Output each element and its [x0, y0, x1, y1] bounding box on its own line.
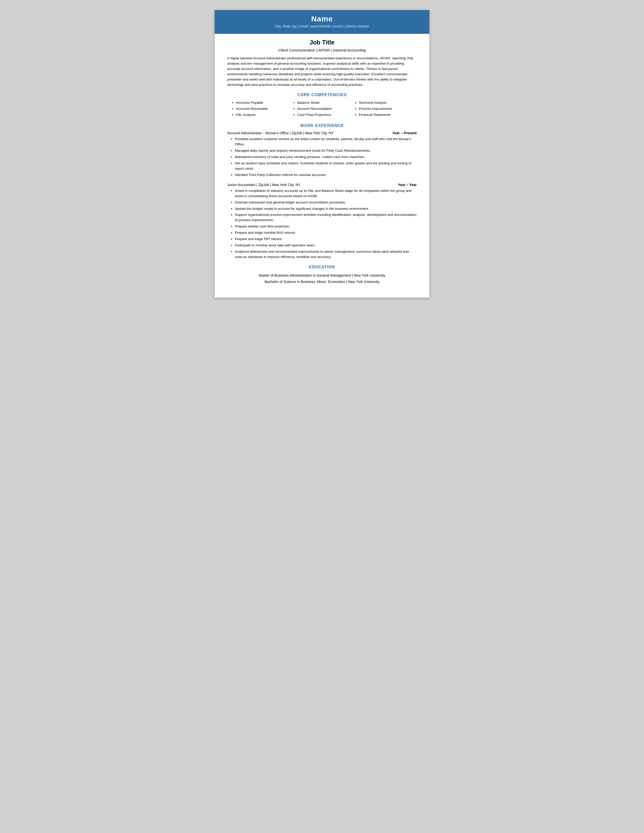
competency-item: Accounts Receivable: [236, 106, 291, 111]
competency-item: Process Improvement: [359, 106, 414, 111]
job-bullet: Oversee transaction and general ledger a…: [235, 200, 417, 205]
job-bullets-2: Assist in compilation of statutory accou…: [227, 188, 417, 260]
job-header-1: Account Administrator – Bursar's Office …: [227, 131, 417, 135]
job-bullets-1: Provided excellent customer service as t…: [227, 137, 417, 177]
job-date-2: Year – Year: [398, 183, 417, 187]
job-title-1: Account Administrator – Bursar's Office …: [227, 131, 333, 135]
work-experience-section-header: WORK EXPERIENCE: [227, 124, 417, 128]
job-title: Job Title: [227, 39, 417, 46]
competency-item: Accounts Payable: [236, 100, 291, 105]
job-bullet: Set up student class schedule and roster…: [235, 161, 417, 171]
job-bullet: Support organizational process improveme…: [235, 212, 417, 223]
job-bullet: Prepare and lodge FBT returns.: [235, 236, 417, 242]
job-bullet: Provided excellent customer service as t…: [235, 137, 417, 147]
competencies-section-header: CORE COMPETENCIES: [227, 93, 417, 97]
job-bullet: Prepare and lodge monthly BAS returns.: [235, 230, 417, 235]
job-bullet: Maintained inventory of soda and juice v…: [235, 154, 417, 160]
header-banner: Name City, State zip | email | www.linke…: [215, 10, 429, 34]
competency-item: Balance Sheet: [297, 100, 353, 105]
education-section: Master of Business Administration in Gen…: [227, 272, 417, 285]
competencies-column-1: Accounts Payable Accounts Receivable P&L…: [230, 100, 291, 119]
job-bullet: Participate in monthly stock take with o…: [235, 243, 417, 248]
job-company-2: | ZipJob | New York City, NY: [256, 183, 300, 187]
resume-page: Name City, State zip | email | www.linke…: [215, 10, 429, 298]
competencies-column-2: Balance Sheet Account Reconciliation Cas…: [291, 100, 353, 119]
job-bullet: Managed daily reports and request reimbu…: [235, 148, 417, 153]
job-bullet: Prepare weekly cash flow projection.: [235, 224, 417, 229]
header-contact: City, State zip | email | www.linkedin.c…: [225, 24, 419, 28]
competency-item: Technical Analysis: [359, 100, 414, 105]
education-item-1: Master of Business Administration in Gen…: [227, 272, 417, 279]
job-role-1: Account Administrator – Bursar's Office: [227, 131, 289, 135]
competency-item: Cash Flow Projections: [297, 113, 353, 117]
competencies-grid: Accounts Payable Accounts Receivable P&L…: [227, 100, 417, 119]
job-bullet: Assist in compilation of statutory accou…: [235, 188, 417, 199]
job-date-1: Year – Present: [392, 131, 417, 135]
job-header-2: Junior Accountant | ZipJob | New York Ci…: [227, 183, 417, 187]
job-role-2: Junior Accountant: [227, 183, 255, 187]
job-bullet: Handled Third Party Collection referral …: [235, 172, 417, 178]
competency-item: P&L Analysis: [236, 113, 291, 117]
header-name: Name: [225, 14, 419, 23]
job-bullet: Update the budget model to account for s…: [235, 206, 417, 212]
competency-item: Account Reconciliation: [297, 106, 353, 111]
summary: A highly talented Account Administrator …: [227, 56, 417, 88]
education-item-2: Bachelor of Science in Business; Minor: …: [227, 279, 417, 285]
competencies-column-3: Technical Analysis Process Improvement F…: [353, 100, 414, 119]
job-bullet: Analyzed deficiencies and recommended im…: [235, 249, 417, 260]
job-title-2: Junior Accountant | ZipJob | New York Ci…: [227, 183, 301, 187]
job-company-1: | ZipJob | New York City, NY: [290, 131, 333, 135]
main-content: Job Title Client Communication | AP/AR |…: [215, 34, 429, 285]
subtitle: Client Communication | AP/AR | General A…: [227, 48, 417, 52]
competency-item: Financial Statements: [359, 113, 414, 117]
education-section-header: EDUCATION: [227, 265, 417, 269]
